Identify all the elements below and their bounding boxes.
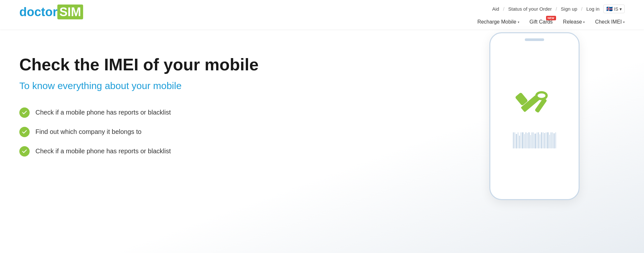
nav-recharge-mobile[interactable]: Recharge Mobile ▾ [477, 19, 519, 25]
language-selector[interactable]: 🇮🇸 IS ▾ [603, 5, 625, 13]
phone-illustration [483, 32, 586, 213]
page-wrapper: doctorSIM Aid / Status of your Order / S… [0, 0, 644, 253]
lang-caret-icon: ▾ [620, 6, 622, 12]
feature-item-3: Check if a mobile phone has reports or b… [19, 146, 271, 157]
separator-3: / [581, 6, 582, 12]
separator-2: / [556, 6, 557, 12]
flag-icon: 🇮🇸 [606, 6, 613, 12]
nav-signup[interactable]: Sign up [561, 6, 577, 12]
feature-item-2: Find out which company it belongs to [19, 127, 271, 137]
check-imei-caret-icon: ▾ [623, 20, 625, 24]
release-caret-icon: ▾ [583, 20, 585, 24]
phone-notch [525, 38, 544, 41]
check-icon-3 [19, 146, 30, 157]
feature-list: Check if a mobile phone has reports or b… [19, 107, 271, 157]
top-nav: Aid / Status of your Order / Sign up / L… [19, 0, 625, 16]
header: doctorSIM Aid / Status of your Order / S… [0, 0, 644, 29]
hero-subtitle: To know everything about your mobile [19, 80, 271, 91]
check-icon-1 [19, 107, 30, 118]
new-badge: NEW [546, 16, 556, 20]
svg-point-2 [536, 92, 547, 99]
nav-check-imei[interactable]: Check IMEI ▾ [595, 19, 625, 25]
tools-icon [512, 84, 557, 123]
check-icon-2 [19, 127, 30, 137]
nav-aid[interactable]: Aid [492, 6, 499, 12]
main-content: Check the IMEI of your mobile To know ev… [0, 29, 290, 176]
barcode [506, 129, 562, 148]
logo[interactable]: doctorSIM [19, 6, 83, 18]
nav-release[interactable]: Release ▾ [563, 19, 585, 25]
hero-title: Check the IMEI of your mobile [19, 55, 271, 75]
nav-gift-cards[interactable]: Gift Cards NEW [530, 19, 553, 25]
feature-text-1: Check if a mobile phone has reports or b… [35, 109, 171, 116]
recharge-caret-icon: ▾ [518, 20, 519, 24]
separator-1: / [503, 6, 504, 12]
bottom-nav: Recharge Mobile ▾ Gift Cards NEW Release… [19, 16, 625, 29]
logo-sim: SIM [57, 5, 83, 19]
nav-login[interactable]: Log in [586, 6, 600, 12]
feature-text-3: Check if a mobile phone has reports or b… [35, 147, 171, 155]
nav-status-order[interactable]: Status of your Order [508, 6, 552, 12]
logo-doctor: doctor [19, 5, 57, 19]
lang-code: IS [614, 6, 618, 12]
phone-body [489, 32, 580, 200]
feature-item-1: Check if a mobile phone has reports or b… [19, 107, 271, 118]
feature-text-2: Find out which company it belongs to [35, 128, 141, 136]
